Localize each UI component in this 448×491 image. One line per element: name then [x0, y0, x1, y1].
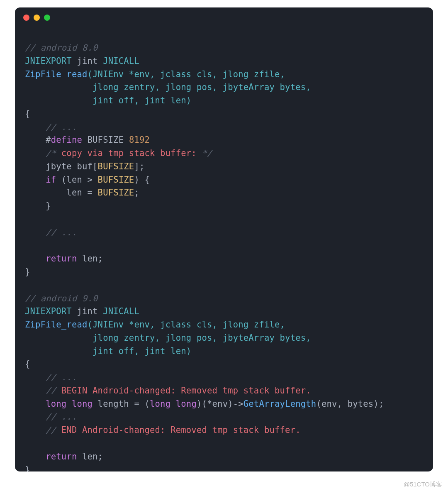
code-token: jint	[72, 56, 103, 66]
code-token: define	[51, 135, 82, 145]
code-window: // android 8.0 JNIEXPORT jint JNICALL Zi…	[15, 7, 433, 471]
code-token: jbyte buf[	[25, 161, 98, 171]
code-token: long	[150, 399, 170, 409]
code-token: length = (	[93, 399, 150, 409]
code-token: jint	[72, 306, 103, 316]
code-token: #	[25, 135, 51, 145]
code-token: ZipFile_read	[25, 69, 88, 79]
code-block: // android 8.0 JNIEXPORT jint JNICALL Zi…	[15, 27, 433, 471]
code-token: ZipFile_read	[25, 320, 88, 330]
code-line: jint off, jint len)	[25, 346, 191, 356]
code-token: BEGIN Android-changed: Removed tmp stack…	[61, 386, 311, 396]
code-line: {	[25, 359, 30, 369]
code-line: jint off, jint len)	[25, 95, 191, 105]
code-token: if	[46, 175, 56, 185]
code-token: JNIEXPORT	[25, 56, 72, 66]
code-token: return	[46, 452, 77, 462]
code-line: // android 9.0	[25, 293, 98, 303]
code-token: len;	[77, 452, 103, 462]
window-titlebar	[15, 7, 433, 27]
code-token: long	[46, 399, 66, 409]
watermark-label: @51CTO博客	[404, 481, 442, 489]
code-line: jlong zentry, jlong pos, jbyteArray byte…	[25, 333, 311, 343]
code-token: ) {	[134, 175, 150, 185]
code-line: // ...	[25, 412, 77, 422]
code-token	[25, 399, 46, 409]
code-token: copy via tmp stack buffer:	[61, 148, 197, 158]
minimize-icon[interactable]	[34, 15, 40, 21]
code-token: JNICALL	[103, 306, 139, 316]
code-token: (len >	[56, 175, 97, 185]
code-token: BUFSIZE	[98, 175, 134, 185]
code-line: {	[25, 109, 30, 119]
code-token	[25, 254, 46, 264]
code-token: len =	[25, 188, 98, 198]
code-token: */	[197, 148, 212, 158]
code-token: ];	[134, 161, 144, 171]
code-line: jlong zentry, jlong pos, jbyteArray byte…	[25, 82, 311, 92]
code-token	[66, 399, 72, 409]
code-token	[25, 175, 46, 185]
close-icon[interactable]	[23, 15, 29, 21]
code-line: }	[25, 267, 30, 277]
code-token: (env, bytes);	[316, 399, 384, 409]
code-token: JNICALL	[103, 56, 139, 66]
code-token: GetArrayLength	[243, 399, 317, 409]
code-line: // ...	[25, 227, 77, 237]
code-token: long	[72, 399, 93, 409]
code-line: }	[25, 201, 51, 211]
code-token: ;	[134, 188, 139, 198]
code-line: }	[25, 465, 30, 472]
code-token: return	[46, 254, 77, 264]
code-token: 8192	[129, 135, 150, 145]
code-token: long	[176, 399, 197, 409]
code-line: // android 8.0	[25, 43, 98, 53]
code-token	[170, 399, 176, 409]
code-token: (JNIEnv *env, jclass cls, jlong zfile,	[88, 69, 285, 79]
code-token: BUFSIZE	[82, 135, 129, 145]
code-token: JNIEXPORT	[25, 306, 72, 316]
code-line: // ...	[25, 122, 77, 132]
code-token: //	[25, 425, 61, 435]
code-token: BUFSIZE	[98, 188, 134, 198]
maximize-icon[interactable]	[44, 15, 50, 21]
code-token: END Android-changed: Removed tmp stack b…	[61, 425, 301, 435]
code-token: //	[25, 386, 61, 396]
code-token	[25, 452, 46, 462]
code-token: len;	[77, 254, 103, 264]
code-token: )(*env)->	[197, 399, 243, 409]
code-token: BUFSIZE	[98, 161, 134, 171]
code-line: // ...	[25, 372, 77, 382]
code-token: (JNIEnv *env, jclass cls, jlong zfile,	[88, 320, 285, 330]
code-token: /*	[25, 148, 61, 158]
